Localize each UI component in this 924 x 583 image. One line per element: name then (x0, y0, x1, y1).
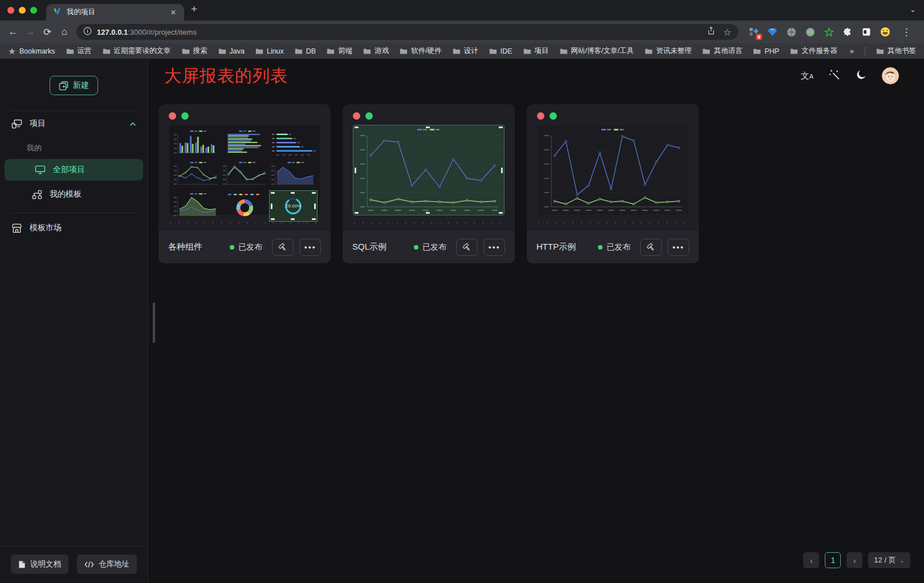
project-thumbnail[interactable] (538, 125, 688, 215)
diamond-extension-icon[interactable] (766, 26, 779, 38)
scrollbar-thumb[interactable] (153, 303, 155, 343)
edit-button[interactable] (456, 239, 478, 256)
selection-handle[interactable] (355, 212, 359, 214)
dotted-divider (170, 222, 319, 223)
bookmark-folder[interactable]: 游戏 (363, 46, 389, 56)
bookmark-folder[interactable]: 设计 (453, 46, 478, 56)
extensions-puzzle-icon[interactable] (841, 26, 854, 38)
share-icon[interactable] (707, 26, 715, 38)
emoji-extension-icon[interactable] (879, 26, 892, 38)
green-star-extension-icon[interactable] (823, 26, 835, 38)
tab-manager-extension-icon[interactable]: 9 (747, 26, 760, 38)
edit-button[interactable] (640, 239, 662, 256)
selection-handle[interactable] (426, 127, 430, 128)
repo-button[interactable]: 仓库地址 (77, 555, 137, 574)
edit-button[interactable] (272, 239, 294, 256)
new-project-button[interactable]: 新建 (50, 76, 98, 95)
project-card[interactable]: 25.00% 各种组件 已发布 ●●● (158, 104, 331, 263)
project-thumbnail[interactable] (353, 125, 504, 215)
bookmark-folder[interactable]: 项目 (523, 46, 549, 56)
magic-wand-icon[interactable] (829, 69, 840, 83)
site-info-icon[interactable] (83, 27, 92, 38)
tab-search-icon[interactable]: ⌄ (910, 5, 916, 14)
more-button[interactable]: ●●● (483, 239, 505, 256)
bookmarks-overflow-chevron[interactable]: » (850, 47, 854, 55)
new-tab-button[interactable]: + (184, 3, 204, 18)
mini-chart-cell (270, 128, 317, 158)
dark-mode-moon-icon[interactable] (856, 70, 866, 83)
sidebar-item-template-market[interactable]: 模板市场 (0, 215, 148, 240)
bookmark-folder[interactable]: 运营 (66, 46, 92, 56)
selection-handle[interactable] (312, 192, 316, 194)
sidebar-item-my-templates[interactable]: 我的模板 (0, 182, 148, 207)
hammer-icon (646, 243, 656, 252)
bookmark-folder[interactable]: 网站/博客/文章/工具 (560, 46, 634, 56)
bookmark-folder[interactable]: DB (295, 47, 316, 55)
window-zoom-button[interactable] (30, 7, 37, 14)
docs-button[interactable]: 说明文档 (11, 555, 68, 574)
card-footer: SQL示例 已发布 ●●● (343, 231, 515, 263)
reload-icon[interactable]: ⟳ (39, 23, 56, 40)
forward-icon[interactable]: → (22, 23, 39, 40)
more-button[interactable]: ●●● (667, 239, 689, 256)
address-bar[interactable]: 127.0.0.1:3000/#/project/items ☆ (76, 24, 738, 40)
bookmark-folder[interactable]: 搜索 (182, 46, 207, 56)
project-card[interactable]: SQL示例 已发布 ●●● (343, 104, 515, 263)
bookmark-folder[interactable]: PHP (753, 47, 779, 55)
window-minimize-button[interactable] (19, 7, 26, 14)
bookmark-folder[interactable]: 资讯未整理 (645, 46, 692, 56)
selection-handle[interactable] (499, 127, 503, 128)
thumbnail-line-chart (353, 125, 504, 215)
dotted-divider (538, 222, 687, 223)
selection-handle[interactable] (271, 218, 275, 220)
more-button[interactable]: ●●● (299, 239, 321, 256)
folder-icon (295, 48, 303, 55)
home-icon[interactable]: ⌂ (56, 23, 73, 40)
bookmark-folder[interactable]: Linux (255, 47, 284, 55)
project-thumbnail[interactable]: 25.00% (169, 125, 320, 215)
next-page-button[interactable]: › (846, 552, 862, 568)
folder-icon (790, 48, 798, 55)
main-area: 大屏报表的列表 文A 25.00% (148, 59, 924, 583)
sidebar-item-label: 全部项目 (53, 165, 85, 175)
selection-handle[interactable] (355, 168, 356, 173)
dark-reader-extension-icon[interactable] (860, 26, 873, 38)
green-dot-extension-icon[interactable] (804, 26, 816, 38)
selection-handle[interactable] (355, 127, 359, 128)
browser-tab[interactable]: 我的项目 ✕ (46, 4, 184, 21)
bookmark-star-icon[interactable]: ☆ (723, 27, 731, 38)
bookmark-folder[interactable]: 前端 (327, 46, 352, 56)
bookmark-folder[interactable]: 软件/硬件 (400, 46, 441, 56)
selection-handle[interactable] (291, 192, 295, 194)
selection-handle[interactable] (501, 168, 503, 173)
bookmark-folder[interactable]: Java (218, 47, 245, 55)
bookmark-folder[interactable]: IDE (489, 47, 512, 55)
sidebar-item-all-projects[interactable]: 全部项目 (5, 159, 143, 181)
browser-menu-icon[interactable]: ⋮ (898, 23, 915, 40)
selection-handle[interactable] (426, 212, 430, 214)
bookmark-folder[interactable]: 文件服务器 (790, 46, 837, 56)
page-size-select[interactable]: 12 / 页 ⌄ (868, 552, 910, 568)
back-icon[interactable]: ← (5, 23, 22, 40)
sidebar-section-project[interactable]: 项目 (0, 111, 148, 136)
prev-page-button[interactable]: ‹ (803, 552, 819, 568)
gray-wheel-extension-icon[interactable] (785, 26, 797, 38)
bookmark-folder[interactable]: 近期需要读的文章 (103, 46, 171, 56)
project-card[interactable]: HTTP示例 已发布 ●●● (527, 104, 699, 263)
chevron-up-icon[interactable] (129, 119, 136, 128)
selection-handle[interactable] (314, 203, 316, 209)
other-bookmarks-folder[interactable]: 其他书签 (876, 46, 916, 56)
folder-icon (66, 48, 74, 55)
selection-handle[interactable] (499, 212, 503, 214)
selection-handle[interactable] (312, 218, 316, 220)
bookmark-folder[interactable]: 其他语言 (702, 46, 742, 56)
window-close-button[interactable] (7, 7, 14, 14)
url-path: :3000/#/project/items (128, 28, 197, 36)
selection-handle[interactable] (291, 218, 295, 220)
bookmarks-root[interactable]: Bookmarks (8, 47, 55, 55)
user-avatar[interactable] (882, 67, 899, 84)
tab-close-icon[interactable]: ✕ (168, 7, 178, 18)
current-page-button[interactable]: 1 (825, 552, 841, 568)
selection-handle[interactable] (271, 203, 272, 209)
language-icon[interactable]: 文A (801, 71, 813, 81)
